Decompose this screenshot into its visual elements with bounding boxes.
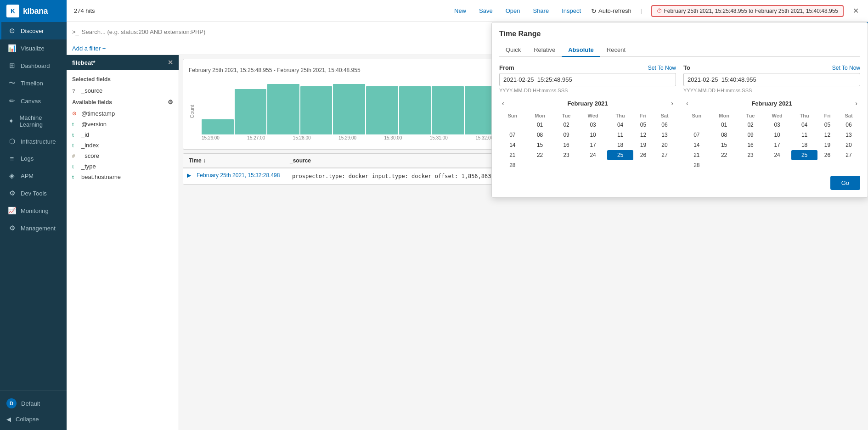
calendar-day[interactable]: 10 (579, 130, 608, 140)
sidebar-item-default[interactable]: D Default (0, 395, 67, 412)
calendar-day[interactable]: 25 (607, 150, 633, 160)
go-button[interactable]: Go (830, 176, 860, 190)
calendar-day[interactable]: 27 (653, 150, 676, 160)
calendar-day[interactable]: 12 (817, 130, 837, 140)
calendar-day[interactable]: 07 (499, 130, 526, 140)
sidebar-item-visualize[interactable]: 📊 Visualize (0, 39, 67, 57)
calendar-day[interactable]: 28 (499, 160, 526, 170)
field-id[interactable]: t _id (67, 129, 179, 140)
calendar-day[interactable]: 08 (526, 130, 554, 140)
calendar-day[interactable]: 24 (763, 150, 792, 160)
calendar-day[interactable]: 05 (633, 120, 653, 130)
sidebar-item-dashboard[interactable]: ⊞ Dashboard (0, 57, 67, 74)
share-button[interactable]: Share (530, 6, 552, 16)
calendar-day[interactable]: 18 (607, 140, 633, 150)
right-cal-prev[interactable]: ‹ (683, 99, 691, 108)
add-filter-button[interactable]: Add a filter + (72, 45, 106, 52)
calendar-day[interactable]: 26 (817, 150, 837, 160)
calendar-day[interactable]: 21 (499, 150, 526, 160)
tab-absolute[interactable]: Absolute (562, 44, 600, 57)
field-timestamp[interactable]: ⊙ @timestamp (67, 108, 179, 119)
calendar-day[interactable]: 11 (791, 130, 817, 140)
calendar-day[interactable]: 17 (763, 140, 792, 150)
new-button[interactable]: New (451, 6, 469, 16)
tab-recent[interactable]: Recent (600, 44, 632, 57)
calendar-day[interactable]: 28 (683, 160, 710, 170)
calendar-day[interactable]: 09 (738, 130, 762, 140)
sidebar-item-management[interactable]: ⚙ Management (0, 219, 67, 237)
calendar-day[interactable]: 02 (738, 120, 762, 130)
field-source[interactable]: ? _source (67, 85, 179, 96)
row-expand-icon[interactable]: ▶ (183, 168, 195, 182)
calendar-day[interactable]: 17 (579, 140, 608, 150)
calendar-day[interactable]: 06 (837, 120, 860, 130)
to-set-now[interactable]: Set To Now (832, 65, 860, 71)
calendar-day[interactable]: 21 (683, 150, 710, 160)
sidebar-item-infra[interactable]: ⬡ Infrastructure (0, 133, 67, 150)
calendar-day[interactable]: 15 (710, 140, 738, 150)
sidebar-item-logs[interactable]: ≡ Logs (0, 150, 67, 167)
calendar-day[interactable]: 13 (837, 130, 860, 140)
sidebar-item-timelion[interactable]: 〜 Timelion (0, 74, 67, 92)
sidebar-item-discover[interactable]: ⊙ Discover (0, 22, 67, 39)
calendar-day[interactable]: 20 (837, 140, 860, 150)
calendar-day[interactable]: 24 (579, 150, 608, 160)
calendar-day[interactable]: 18 (791, 140, 817, 150)
autorefresh-toggle[interactable]: ↻ Auto-refresh (591, 7, 631, 15)
calendar-day[interactable]: 01 (526, 120, 554, 130)
sidebar-item-apm[interactable]: ◈ APM (0, 167, 67, 184)
field-type-field[interactable]: t _type (67, 161, 179, 172)
calendar-day[interactable]: 22 (710, 150, 738, 160)
calendar-day[interactable]: 05 (817, 120, 837, 130)
index-close-icon[interactable]: ✕ (168, 59, 173, 66)
time-range-button[interactable]: ⏱ February 25th 2021, 15:25:48.955 to Fe… (651, 5, 844, 17)
calendar-day[interactable]: 23 (554, 150, 578, 160)
calendar-day[interactable]: 16 (738, 140, 762, 150)
tab-relative[interactable]: Relative (527, 44, 562, 57)
sidebar-item-canvas[interactable]: ✏ Canvas (0, 92, 67, 110)
calendar-day[interactable]: 13 (653, 130, 676, 140)
save-button[interactable]: Save (476, 6, 496, 16)
calendar-day[interactable]: 02 (554, 120, 578, 130)
calendar-day[interactable]: 06 (653, 120, 676, 130)
calendar-day[interactable]: 01 (710, 120, 738, 130)
calendar-day[interactable]: 15 (526, 140, 554, 150)
left-cal-prev[interactable]: ‹ (499, 99, 507, 108)
calendar-day[interactable]: 11 (607, 130, 633, 140)
sidebar-item-devtools[interactable]: ⚙ Dev Tools (0, 184, 67, 202)
calendar-day[interactable]: 23 (738, 150, 762, 160)
calendar-day[interactable]: 09 (554, 130, 578, 140)
col-header-time[interactable]: Time ↓ (183, 154, 284, 168)
left-cal-next[interactable]: › (668, 99, 676, 108)
calendar-day[interactable]: 04 (607, 120, 633, 130)
time-range-close-icon[interactable]: ✕ (851, 6, 861, 15)
tab-quick[interactable]: Quick (499, 44, 527, 57)
calendar-day[interactable]: 10 (763, 130, 792, 140)
right-cal-next[interactable]: › (852, 99, 860, 108)
calendar-day[interactable]: 03 (579, 120, 608, 130)
field-beat-hostname[interactable]: t beat.hostname (67, 172, 179, 182)
from-set-now[interactable]: Set To Now (648, 65, 676, 71)
field-score[interactable]: # _score (67, 151, 179, 161)
calendar-day[interactable]: 27 (837, 150, 860, 160)
calendar-day[interactable]: 07 (683, 130, 710, 140)
field-index[interactable]: t _index (67, 140, 179, 151)
calendar-day[interactable]: 20 (653, 140, 676, 150)
sidebar-item-monitoring[interactable]: 📈 Monitoring (0, 202, 67, 219)
calendar-day[interactable]: 19 (633, 140, 653, 150)
inspect-button[interactable]: Inspect (559, 6, 584, 16)
calendar-day[interactable]: 14 (683, 140, 710, 150)
calendar-day[interactable]: 16 (554, 140, 578, 150)
calendar-day[interactable]: 12 (633, 130, 653, 140)
calendar-day[interactable]: 25 (791, 150, 817, 160)
open-button[interactable]: Open (503, 6, 523, 16)
calendar-day[interactable]: 22 (526, 150, 554, 160)
calendar-day[interactable]: 03 (763, 120, 792, 130)
calendar-day[interactable]: 04 (791, 120, 817, 130)
fields-settings-icon[interactable]: ⚙ (168, 99, 173, 106)
to-input[interactable] (683, 73, 860, 86)
from-input[interactable] (499, 73, 676, 86)
field-version[interactable]: t @version (67, 119, 179, 129)
calendar-day[interactable]: 26 (633, 150, 653, 160)
calendar-day[interactable]: 19 (817, 140, 837, 150)
